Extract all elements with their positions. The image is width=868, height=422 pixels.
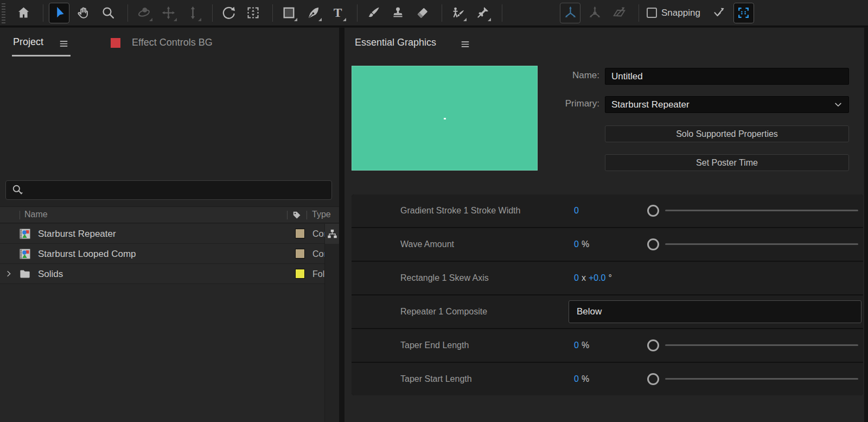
slider-track xyxy=(665,378,858,380)
brush-tool-button[interactable] xyxy=(363,3,384,23)
pan-camera-tool-button[interactable] xyxy=(158,3,178,23)
home-button[interactable] xyxy=(13,3,34,23)
tab-essential-graphics[interactable]: Essential Graphics xyxy=(355,37,436,48)
composition-icon xyxy=(18,228,32,240)
puppet-pin-tool-icon xyxy=(475,5,490,20)
world-axis-mode-icon xyxy=(588,5,602,20)
column-header-name[interactable]: Name xyxy=(24,210,48,219)
property-label: Taper End Length xyxy=(400,329,469,362)
column-header-type[interactable]: Type xyxy=(312,210,331,219)
property-label: Rectangle 1 Skew Axis xyxy=(400,262,489,294)
snap-tools-group xyxy=(709,3,758,23)
dolly-camera-tool-icon xyxy=(186,5,200,20)
label-tag-icon[interactable] xyxy=(291,210,302,221)
snap-arrow-button[interactable] xyxy=(709,3,730,23)
type-tool-icon xyxy=(330,5,345,20)
zoom-tool-button[interactable] xyxy=(98,3,118,23)
pan-camera-tool-icon xyxy=(161,5,176,20)
label-color-swatch[interactable] xyxy=(295,249,305,259)
chevron-right-icon[interactable] xyxy=(4,269,13,278)
search-box[interactable] xyxy=(5,180,332,200)
property-slider[interactable] xyxy=(647,363,860,395)
property-row: Rectangle 1 Skew Axis 0x+0.0° xyxy=(352,262,863,294)
project-item-row[interactable]: Starburst Repeater Composition xyxy=(0,224,324,244)
capture-region-button[interactable] xyxy=(733,3,754,23)
slider-knob[interactable] xyxy=(647,373,659,385)
slider-knob[interactable] xyxy=(647,205,659,217)
composite-dropdown[interactable]: Below xyxy=(569,300,861,323)
slider-track xyxy=(665,210,858,211)
rotate-tool-button[interactable] xyxy=(218,3,239,23)
toolbar-separator xyxy=(357,4,358,22)
toolbar-drag-handle[interactable] xyxy=(2,3,5,23)
project-item-row[interactable]: Starburst Looped Comp Composition xyxy=(0,244,324,264)
puppet-pin-tool-button[interactable] xyxy=(472,3,493,23)
effect-controls-color-swatch xyxy=(111,38,120,48)
zoom-tool-icon xyxy=(101,5,116,20)
type-tool-button[interactable] xyxy=(327,3,348,23)
camera-bounds-tool-button[interactable] xyxy=(242,3,263,23)
item-type: Composition xyxy=(312,224,324,244)
property-slider[interactable] xyxy=(647,194,860,227)
roto-brush-tool-button[interactable] xyxy=(448,3,468,23)
eraser-tool-button[interactable] xyxy=(412,3,432,23)
eraser-tool-icon xyxy=(415,5,430,20)
toolbar-separator xyxy=(212,4,213,22)
selection-tool-button[interactable] xyxy=(49,3,69,23)
primary-dropdown[interactable]: Starburst Repeater xyxy=(605,96,849,113)
panel-menu-icon[interactable] xyxy=(59,39,69,49)
set-poster-time-button[interactable]: Set Poster Time xyxy=(605,154,849,171)
rectangle-tool-button[interactable] xyxy=(278,3,299,23)
view-axis-mode-button[interactable] xyxy=(609,3,629,23)
property-value[interactable]: 0% xyxy=(574,363,589,395)
pen-tool-icon xyxy=(306,5,321,20)
brush-tool-icon xyxy=(366,5,381,20)
property-row: Wave Amount 0% xyxy=(352,228,863,261)
item-name[interactable]: Starburst Looped Comp xyxy=(38,244,136,264)
project-item-list: Starburst Repeater Composition Starburst… xyxy=(0,224,324,422)
solo-supported-properties-button[interactable]: Solo Supported Properties xyxy=(605,125,849,142)
mini-flowchart-button[interactable] xyxy=(325,224,339,244)
project-panel: Project Effect Controls BG Name Type Sta… xyxy=(0,28,339,422)
hand-tool-button[interactable] xyxy=(73,3,94,23)
property-slider[interactable] xyxy=(647,329,860,362)
project-item-row[interactable]: Solids Folder xyxy=(0,264,324,284)
clone-stamp-tool-icon xyxy=(391,5,405,20)
local-axis-mode-button[interactable] xyxy=(560,3,580,23)
tab-effect-controls-bg[interactable]: Effect Controls BG xyxy=(132,37,213,48)
name-input[interactable] xyxy=(605,68,849,85)
tab-project[interactable]: Project xyxy=(13,36,43,48)
property-value[interactable]: 0 xyxy=(574,194,582,227)
roto-brush-tool-icon xyxy=(451,5,465,20)
panel-menu-icon[interactable] xyxy=(460,39,470,49)
capture-region-icon xyxy=(736,5,751,20)
property-label: Repeater 1 Composite xyxy=(400,295,487,328)
property-value[interactable]: 0% xyxy=(574,329,589,362)
slider-knob[interactable] xyxy=(647,339,659,351)
label-color-swatch[interactable] xyxy=(295,269,305,279)
orbit-camera-tool-button[interactable] xyxy=(133,3,154,23)
slider-knob[interactable] xyxy=(647,238,659,250)
axis-mode-group xyxy=(560,3,644,23)
item-name[interactable]: Solids xyxy=(38,264,63,284)
property-slider[interactable] xyxy=(647,228,860,261)
item-type: Folder xyxy=(312,264,324,284)
item-name[interactable]: Starburst Repeater xyxy=(38,224,116,244)
orbit-camera-tool-icon xyxy=(137,5,151,20)
dolly-camera-tool-button[interactable] xyxy=(182,3,203,23)
search-input[interactable] xyxy=(24,181,331,199)
property-value[interactable]: 0% xyxy=(574,228,589,261)
list-scrollbar-strip[interactable] xyxy=(324,224,339,422)
pen-tool-button[interactable] xyxy=(303,3,323,23)
snapping-checkbox[interactable] xyxy=(647,8,657,18)
snapping-label[interactable]: Snapping xyxy=(661,8,700,18)
primary-label: Primary: xyxy=(524,98,599,109)
property-value[interactable]: 0x+0.0° xyxy=(574,262,612,294)
list-column-header: Name Type xyxy=(0,206,339,223)
search-icon[interactable] xyxy=(11,184,24,197)
world-axis-mode-button[interactable] xyxy=(584,3,605,23)
rotate-tool-icon xyxy=(221,5,236,20)
clone-stamp-tool-button[interactable] xyxy=(387,3,408,23)
toolbar-tools-group xyxy=(13,3,508,23)
label-color-swatch[interactable] xyxy=(295,229,305,238)
